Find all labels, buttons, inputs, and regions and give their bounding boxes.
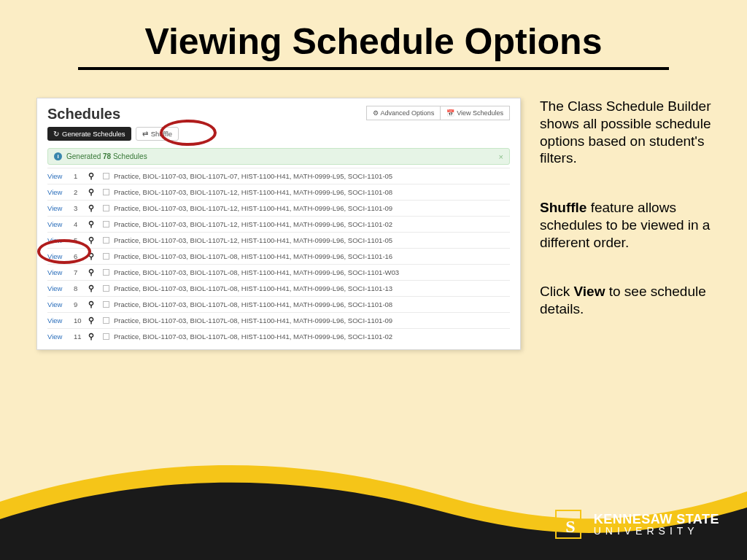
info-icon: i — [54, 152, 62, 160]
row-number: 2 — [74, 188, 84, 196]
row-number: 10 — [74, 316, 84, 324]
view-link[interactable]: View — [47, 188, 69, 196]
view-link[interactable]: View — [47, 332, 69, 341]
alert-suffix: Schedules — [111, 152, 147, 160]
row-checkbox[interactable] — [103, 253, 109, 260]
row-courses: Practice, BIOL-1107-03, BIOL-1107L-12, H… — [114, 220, 510, 228]
alert-prefix: Generated — [66, 152, 103, 160]
shuffle-button[interactable]: ⇄ Shuffle — [136, 127, 179, 141]
alert-count: 78 — [103, 152, 111, 160]
tab-label: Advanced Options — [381, 109, 435, 117]
schedule-row: View10⚲Practice, BIOL-1107-03, BIOL-1107… — [47, 312, 510, 328]
row-checkbox[interactable] — [103, 189, 109, 195]
row-courses: Practice, BIOL-1107-03, BIOL-1107L-12, H… — [114, 188, 510, 196]
row-number: 1 — [74, 172, 84, 180]
row-courses: Practice, BIOL-1107-03, BIOL-1107L-08, H… — [114, 252, 510, 260]
row-number: 3 — [74, 204, 84, 212]
note-paragraph-1: The Class Schedule Builder shows all pos… — [540, 98, 719, 167]
magnify-icon[interactable]: ⚲ — [88, 284, 98, 293]
view-link[interactable]: View — [47, 316, 69, 324]
row-checkbox[interactable] — [103, 285, 109, 292]
magnify-icon[interactable]: ⚲ — [88, 332, 98, 341]
schedule-row: View7⚲Practice, BIOL-1107-03, BIOL-1107L… — [47, 264, 510, 280]
slide-title: Viewing Schedule Options — [0, 20, 747, 67]
magnify-icon[interactable]: ⚲ — [88, 187, 98, 197]
view-link[interactable]: View — [47, 220, 69, 228]
row-checkbox[interactable] — [103, 173, 109, 179]
magnify-icon[interactable]: ⚲ — [88, 268, 98, 277]
view-link[interactable]: View — [47, 172, 69, 180]
row-number: 9 — [74, 300, 84, 308]
row-checkbox[interactable] — [103, 205, 109, 211]
schedule-row: View4⚲Practice, BIOL-1107-03, BIOL-1107L… — [47, 216, 510, 232]
tab-label: View Schedules — [457, 109, 503, 117]
explanatory-text: The Class Schedule Builder shows all pos… — [540, 98, 719, 350]
note-paragraph-3: Click View to see schedule details. — [540, 283, 719, 318]
row-courses: Practice, BIOL-1107-03, BIOL-1107L-08, H… — [114, 316, 510, 324]
row-checkbox[interactable] — [103, 333, 109, 340]
button-label: Shuffle — [151, 130, 172, 138]
schedule-row: View5⚲Practice, BIOL-1107-03, BIOL-1107L… — [47, 232, 510, 248]
gear-icon: ⚙ — [373, 109, 379, 117]
row-checkbox[interactable] — [103, 317, 109, 324]
svg-text:S: S — [565, 517, 575, 536]
view-schedules-tab[interactable]: 📅 View Schedules — [440, 106, 510, 120]
schedule-row: View11⚲Practice, BIOL-1107-03, BIOL-1107… — [47, 328, 510, 344]
refresh-icon: ↻ — [53, 130, 59, 138]
schedule-row: View9⚲Practice, BIOL-1107-03, BIOL-1107L… — [47, 296, 510, 312]
magnify-icon[interactable]: ⚲ — [88, 300, 98, 309]
magnify-icon[interactable]: ⚲ — [88, 236, 98, 245]
generated-alert: i Generated 78 Schedules × — [47, 148, 510, 165]
magnify-icon[interactable]: ⚲ — [88, 219, 98, 229]
title-underline — [78, 67, 669, 70]
row-courses: Practice, BIOL-1107-03, BIOL-1107L-08, H… — [114, 284, 510, 292]
row-courses: Practice, BIOL-1107-03, BIOL-1107L-08, H… — [114, 300, 510, 308]
close-icon[interactable]: × — [499, 152, 503, 161]
button-label: Generate Schedules — [62, 130, 125, 138]
ks-interlock-icon: K S — [551, 508, 585, 541]
view-link[interactable]: View — [47, 284, 69, 292]
row-courses: Practice, BIOL-1107-03, BIOL-1107L-12, H… — [114, 236, 510, 244]
university-subtitle: UNIVERSITY — [594, 526, 719, 536]
magnify-icon[interactable]: ⚲ — [88, 171, 98, 181]
row-courses: Practice, BIOL-1107-03, BIOL-1107L-12, H… — [114, 204, 510, 212]
row-checkbox[interactable] — [103, 221, 109, 228]
view-link[interactable]: View — [47, 236, 69, 244]
schedule-row: View8⚲Practice, BIOL-1107-03, BIOL-1107L… — [47, 280, 510, 296]
note-paragraph-2: Shuffle feature allows schedules to be v… — [540, 199, 719, 251]
magnify-icon[interactable]: ⚲ — [88, 252, 98, 261]
university-logo: K S KENNESAW STATE UNIVERSITY — [551, 508, 719, 541]
row-courses: Practice, BIOL-1107-03, BIOL-1107L-08, H… — [114, 332, 510, 341]
magnify-icon[interactable]: ⚲ — [88, 203, 98, 213]
magnify-icon[interactable]: ⚲ — [88, 316, 98, 325]
row-number: 6 — [74, 252, 84, 260]
footer-wave — [0, 451, 747, 560]
calendar-icon: 📅 — [446, 109, 454, 117]
row-checkbox[interactable] — [103, 269, 109, 276]
row-checkbox[interactable] — [103, 301, 109, 308]
schedule-row: View1⚲Practice, BIOL-1107-03, BIOL-1107L… — [47, 168, 510, 184]
row-number: 8 — [74, 284, 84, 292]
view-link[interactable]: View — [47, 268, 69, 276]
row-number: 7 — [74, 268, 84, 276]
schedule-row: View2⚲Practice, BIOL-1107-03, BIOL-1107L… — [47, 184, 510, 200]
panel-title: Schedules — [47, 106, 120, 122]
row-courses: Practice, BIOL-1107-03, BIOL-1107L-07, H… — [114, 172, 510, 180]
advanced-options-tab[interactable]: ⚙ Advanced Options — [366, 106, 441, 120]
view-link[interactable]: View — [47, 204, 69, 212]
generate-schedules-button[interactable]: ↻ Generate Schedules — [47, 127, 131, 141]
schedules-panel: Schedules ⚙ Advanced Options 📅 View Sche… — [36, 98, 521, 350]
row-number: 4 — [74, 220, 84, 228]
shuffle-icon: ⇄ — [142, 130, 148, 138]
view-link[interactable]: View — [47, 252, 69, 260]
row-courses: Practice, BIOL-1107-03, BIOL-1107L-08, H… — [114, 268, 510, 276]
schedule-row: View3⚲Practice, BIOL-1107-03, BIOL-1107L… — [47, 200, 510, 216]
view-link[interactable]: View — [47, 300, 69, 308]
university-name: KENNESAW STATE — [594, 513, 719, 526]
row-number: 5 — [74, 236, 84, 244]
row-checkbox[interactable] — [103, 237, 109, 244]
row-number: 11 — [74, 332, 84, 341]
schedule-row: View6⚲Practice, BIOL-1107-03, BIOL-1107L… — [47, 248, 510, 264]
